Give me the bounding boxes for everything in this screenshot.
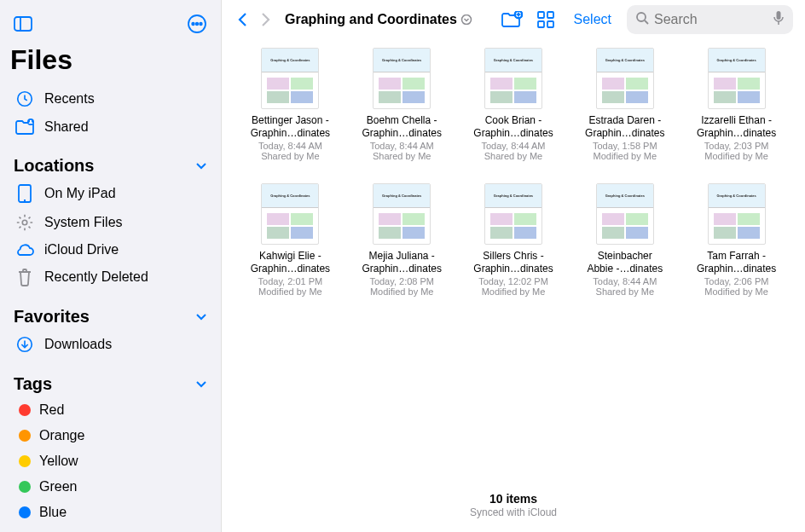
- cloud-icon: [14, 242, 36, 257]
- file-item[interactable]: Graphing & Coordinates Kahwigi Elie -Gra…: [239, 183, 342, 297]
- file-item[interactable]: Graphing & Coordinates Izzarelli Ethan -…: [685, 48, 788, 161]
- file-grid-area: Graphing & Coordinates Bettinger Jason -…: [222, 39, 805, 483]
- file-item[interactable]: Graphing & Coordinates Sillers Chris -Gr…: [462, 183, 565, 297]
- toggle-sidebar-icon[interactable]: [10, 13, 36, 35]
- svg-point-23: [637, 13, 646, 21]
- nav-label: Recents: [44, 91, 95, 107]
- search-field[interactable]: [627, 5, 793, 34]
- tag-dot-icon: [19, 404, 31, 416]
- file-name: Tam Farrah -Graphin…dinates: [697, 250, 776, 275]
- file-item[interactable]: Graphing & Coordinates SteinbacherAbbie …: [573, 183, 676, 297]
- nav-on-my-ipad[interactable]: On My iPad: [10, 179, 211, 208]
- svg-rect-20: [547, 12, 553, 18]
- download-icon: [14, 335, 36, 354]
- sidebar: Files Recents Shared Locations On My iPa…: [0, 0, 222, 532]
- file-thumbnail: Graphing & Coordinates: [596, 183, 654, 245]
- clock-icon: [14, 90, 36, 108]
- tag-item-orange[interactable]: Orange: [10, 423, 211, 448]
- status-bar: 10 items Synced with iCloud: [222, 483, 805, 532]
- file-item[interactable]: Graphing & Coordinates Estrada Daren -Gr…: [573, 48, 676, 161]
- folder-title-button[interactable]: Graphing and Coordinates: [285, 12, 472, 27]
- nav-downloads[interactable]: Downloads: [10, 330, 211, 359]
- nav-label: System Files: [44, 215, 123, 230]
- svg-point-11: [22, 220, 27, 225]
- section-title: Favorites: [14, 307, 90, 327]
- nav-label: On My iPad: [44, 186, 116, 201]
- nav-label: Shared: [44, 119, 89, 135]
- file-item[interactable]: Graphing & Coordinates Mejia Juliana -Gr…: [350, 183, 454, 297]
- section-title: Tags: [14, 374, 52, 394]
- chevron-down-icon: [195, 309, 207, 325]
- file-thumbnail: Graphing & Coordinates: [484, 183, 542, 245]
- gear-icon: [14, 213, 36, 232]
- file-status: Shared by Me: [373, 151, 431, 161]
- file-status: Modified by Me: [258, 286, 322, 297]
- toolbar: Graphing and Coordinates Select: [222, 0, 805, 39]
- svg-rect-0: [14, 17, 32, 31]
- file-name: Izzarelli Ethan -Graphin…dinates: [697, 114, 776, 140]
- sync-status: Synced with iCloud: [222, 506, 805, 518]
- tag-item-blue[interactable]: Blue: [10, 500, 211, 525]
- file-name: Cook Brian -Graphin…dinates: [473, 114, 553, 140]
- file-time: Today, 8:44 AM: [370, 141, 434, 151]
- tag-item-red[interactable]: Red: [10, 397, 211, 423]
- file-time: Today, 2:03 PM: [704, 141, 769, 151]
- file-name: Kahwigi Elie -Graphin…dinates: [251, 250, 330, 275]
- file-status: Modified by Me: [593, 151, 657, 161]
- svg-rect-22: [547, 21, 553, 27]
- search-input[interactable]: [654, 12, 767, 27]
- file-item[interactable]: Graphing & Coordinates Bettinger Jason -…: [239, 48, 342, 161]
- chevron-down-icon: [195, 159, 207, 174]
- mic-icon[interactable]: [773, 10, 785, 29]
- nav-recents[interactable]: Recents: [10, 84, 211, 113]
- tag-label: Green: [39, 479, 77, 494]
- svg-rect-19: [538, 12, 544, 18]
- nav-recently-deleted[interactable]: Recently Deleted: [10, 263, 211, 292]
- file-name: Bettinger Jason -Graphin…dinates: [251, 114, 330, 140]
- section-favorites[interactable]: Favorites: [10, 307, 211, 327]
- forward-button[interactable]: [258, 9, 275, 31]
- file-status: Shared by Me: [261, 151, 319, 161]
- tag-item-yellow[interactable]: Yellow: [10, 448, 211, 474]
- file-item[interactable]: Graphing & Coordinates Tam Farrah -Graph…: [685, 183, 788, 297]
- nav-label: Downloads: [44, 337, 112, 352]
- file-time: Today, 8:44 AM: [258, 141, 322, 151]
- file-status: Modified by Me: [370, 286, 434, 297]
- tag-dot-icon: [19, 506, 31, 518]
- section-locations[interactable]: Locations: [10, 156, 211, 176]
- file-thumbnail: Graphing & Coordinates: [708, 48, 766, 109]
- file-thumbnail: Graphing & Coordinates: [261, 48, 319, 109]
- file-time: Today, 12:02 PM: [478, 276, 548, 286]
- tag-item-green[interactable]: Green: [10, 474, 211, 500]
- new-folder-button[interactable]: [497, 8, 526, 32]
- file-item[interactable]: Graphing & Coordinates Boehm Chella -Gra…: [350, 48, 454, 161]
- file-status: Modified by Me: [704, 286, 768, 297]
- chevron-down-icon: [460, 14, 472, 25]
- svg-point-4: [196, 23, 199, 26]
- svg-line-24: [645, 20, 648, 24]
- shared-folder-icon: [14, 119, 36, 136]
- section-tags[interactable]: Tags: [10, 374, 211, 394]
- file-time: Today, 8:44 AM: [593, 276, 657, 286]
- more-icon[interactable]: [183, 10, 211, 38]
- svg-point-5: [200, 23, 202, 26]
- view-mode-button[interactable]: [533, 7, 559, 32]
- file-thumbnail: Graphing & Coordinates: [596, 48, 654, 109]
- tag-dot-icon: [19, 455, 31, 467]
- nav-system-files[interactable]: System Files: [10, 208, 211, 237]
- svg-point-8: [30, 120, 32, 122]
- chevron-down-icon: [195, 377, 207, 392]
- file-item[interactable]: Graphing & Coordinates Cook Brian -Graph…: [462, 48, 565, 161]
- file-time: Today, 2:08 PM: [369, 276, 434, 286]
- file-thumbnail: Graphing & Coordinates: [708, 183, 766, 245]
- back-button[interactable]: [234, 9, 251, 31]
- nav-icloud-drive[interactable]: iCloud Drive: [10, 237, 211, 263]
- file-status: Modified by Me: [482, 286, 546, 297]
- file-name: Mejia Juliana -Graphin…dinates: [362, 250, 442, 275]
- file-name: Boehm Chella -Graphin…dinates: [362, 114, 442, 140]
- nav-shared[interactable]: Shared: [10, 113, 211, 141]
- tag-label: Yellow: [39, 454, 78, 469]
- main-content: Graphing and Coordinates Select Graphing…: [222, 0, 805, 532]
- select-button[interactable]: Select: [574, 12, 611, 27]
- svg-rect-25: [777, 11, 781, 20]
